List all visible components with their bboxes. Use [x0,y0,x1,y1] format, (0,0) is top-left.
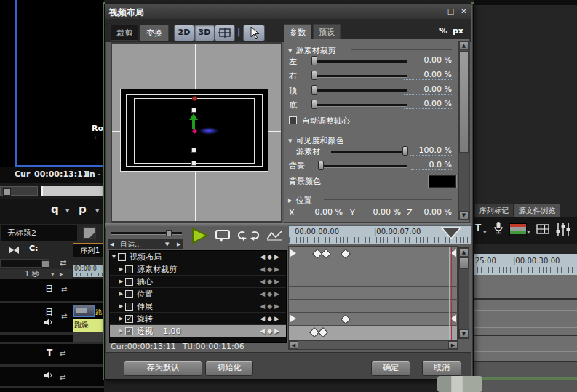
set-out-point-icon[interactable]: p [79,203,87,216]
kf-nav-row1[interactable]: ◀◆▶ [260,253,282,260]
redo-icon[interactable] [250,231,261,241]
close-button[interactable]: ✕ [458,7,469,17]
clip-mode-dropdown-icon[interactable]: ▼ [527,229,530,234]
source-opacity-slider[interactable] [331,151,407,153]
crop-right-handle[interactable] [311,71,317,80]
mixer-icon[interactable] [555,222,571,236]
tab-crop[interactable]: 裁剪 [111,25,138,41]
keyframe-diamond[interactable] [341,249,351,259]
kf-prev-arrow-row6[interactable] [290,315,296,322]
track-patch-icon[interactable]: ⇄ [60,258,66,268]
track-patch-icon-3[interactable]: ⇄ [61,312,67,320]
source-opacity-handle[interactable] [402,146,408,156]
kf-row-position[interactable]: ▶ 位置 ◀◆▶ [110,288,286,300]
undo-icon[interactable] [236,231,247,241]
crop-left-handle[interactable] [311,56,317,65]
keyframe-diamond[interactable] [341,314,351,324]
section-source-crop[interactable]: ▼ 源素材裁剪 [288,45,335,56]
track-patch-icon-5[interactable]: ⇄ [60,373,65,381]
dialog-titlebar[interactable]: 视频布局 □ ✕ [105,4,471,20]
kf-scroll-left[interactable]: ◀ [289,341,298,349]
source-opacity-value[interactable]: 100.0 % [410,145,452,156]
auto-axis-checkbox[interactable] [289,116,297,124]
section-position[interactable]: ▶ 位置 [288,195,311,206]
crop-bottom-slider[interactable] [314,104,407,107]
video-track-icon-1[interactable]: 日 [45,284,53,295]
unit-percent[interactable]: % [439,26,447,36]
kf-scroll-down[interactable]: ▼ [459,329,469,338]
bg-opacity-value[interactable]: 0.0 % [411,160,452,170]
kf-vscroll-thumb[interactable] [459,257,469,269]
checkbox-perspective[interactable]: ✓ [125,327,133,335]
kf-nav-row2[interactable]: ◀◆▶ [260,265,282,273]
microphone-icon[interactable] [493,221,504,236]
speaker-icon-2[interactable] [44,372,52,379]
kf-nav-row6[interactable]: ◀◆▶ [260,315,282,322]
kf-zoom-handle[interactable] [166,230,172,236]
scrollbar-thumb[interactable] [459,51,469,153]
handle-square-top[interactable] [191,108,196,113]
params-scrollbar[interactable]: ▲ ▼ [458,41,469,220]
pos-y-value[interactable]: 0.00 % [360,207,401,217]
expand-icon-row3[interactable]: ▶ [117,279,125,284]
fit-prev-icon[interactable]: ◀ [110,241,114,247]
fit-dropdown[interactable]: ◀ 自适.. ▼ ▶ [108,239,183,249]
panel-corner-icon[interactable] [83,227,96,239]
sequence-tab-untitled2[interactable]: 无标题2 [1,225,77,241]
expand-icon[interactable]: ▶ [288,198,292,204]
expand-icon-row6[interactable]: ▶ [117,316,125,321]
fit-next-icon[interactable]: ▶ [177,241,180,247]
clip-thumbnail[interactable] [73,305,95,317]
expand-icon-row7[interactable]: ▶ [117,328,125,334]
shuttle-handle[interactable] [3,188,11,196]
grid-icon[interactable] [536,224,549,234]
curve-editor-icon[interactable] [266,230,282,241]
kf-row-stretch[interactable]: ▶ 伸展 ◀◆▶ [110,300,286,313]
section-visibility[interactable]: ▼ 可见度和颜色 [288,135,343,146]
background-timeline-ruler[interactable]: 25:00 |00:00:30:00 [474,254,577,275]
mode-2d-button[interactable]: 2D [174,25,194,41]
set-in-point-icon[interactable]: q [51,203,59,216]
tab-sequence-marks[interactable]: 序列标记 [475,204,513,217]
unit-pixels[interactable]: px [453,26,463,36]
crop-top-slider[interactable] [314,89,407,92]
preview-canvas[interactable] [111,42,282,223]
bg-opacity-handle[interactable] [318,161,324,170]
handle-square-bottom2[interactable] [191,161,196,166]
timescale-row[interactable]: 1 秒 ▼ ▶ [0,269,72,279]
kf-prev-arrow-row1[interactable] [290,249,296,257]
checkbox-anchor[interactable] [125,278,133,286]
kf-row-video-layout[interactable]: ▼ 视频布局 ◀◆▶ [110,251,286,263]
bg-color-swatch[interactable] [429,175,456,188]
kf-nav-row4[interactable]: ◀◆▶ [260,290,282,297]
checkbox-source-crop[interactable] [125,265,133,273]
title-tool-icon[interactable]: T [475,223,481,233]
speaker-icon-1[interactable] [44,319,52,326]
track-patch-icon-2[interactable]: ⇄ [61,285,67,293]
initialize-button[interactable]: 初始化 [205,361,253,376]
crop-bottom-value[interactable]: 0.00 % [404,99,452,109]
kf-row-rotation[interactable]: ▶ ✓ 旋转 ◀◆▶ [110,313,286,325]
shuttle-slider[interactable] [0,186,38,196]
save-default-button[interactable]: 存为默认 [124,361,202,376]
bg-opacity-slider[interactable] [319,165,407,168]
timeline-zoom-slider[interactable] [0,259,49,268]
seek-position-bar[interactable] [41,186,106,196]
tab-transform[interactable]: 变换 [140,25,169,41]
clip-label[interactable]: 跑燥 [73,319,104,332]
kf-vertical-scrollbar[interactable]: ▲ ▼ [458,247,469,339]
kf-horizontal-scrollbar[interactable]: ◀ ▶ [288,340,458,350]
play-button[interactable] [191,227,210,244]
timescale-expand-icon[interactable]: ▶ [60,271,63,276]
fit-dropdown-icon[interactable]: ▼ [165,241,169,247]
pos-x-value[interactable]: 0.00 % [301,207,343,217]
tab-params[interactable]: 参数 [284,24,311,39]
kf-nav-row7[interactable]: ◀◆▶ [260,327,282,335]
center-anchor-point[interactable] [192,129,197,134]
c-drive-icon[interactable]: C: [29,244,38,253]
playhead-marker[interactable] [441,227,461,240]
tab-presets[interactable]: 预设 [313,24,341,39]
expand-icon-row2[interactable]: ▶ [117,266,125,272]
expand-icon-row5[interactable]: ▶ [117,303,125,309]
expand-icon-row1[interactable]: ▼ [110,254,118,260]
